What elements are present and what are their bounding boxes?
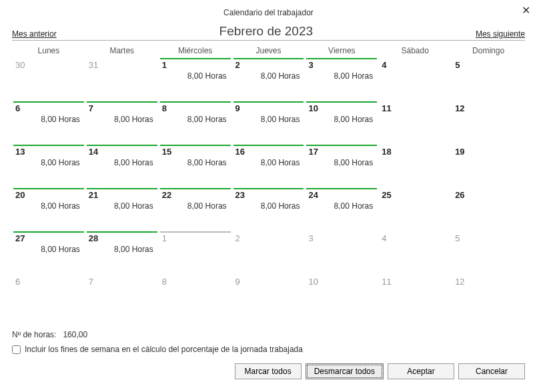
- calendar-day[interactable]: 178,00 Horas: [305, 145, 378, 188]
- work-marker: [160, 145, 231, 146]
- calendar-day[interactable]: 5: [452, 58, 525, 101]
- day-number: 3: [308, 60, 375, 70]
- calendar-day[interactable]: 288,00 Horas: [85, 231, 159, 275]
- day-number: 25: [382, 190, 448, 200]
- day-hours: 8,00 Horas: [261, 71, 300, 81]
- include-weekends-checkbox[interactable]: [12, 345, 21, 354]
- calendar-day[interactable]: 2: [232, 231, 306, 275]
- day-hours: 8,00 Horas: [261, 201, 300, 211]
- calendar-day[interactable]: 208,00 Horas: [12, 188, 85, 231]
- work-marker: [87, 145, 157, 146]
- day-hours: 8,00 Horas: [261, 115, 300, 124]
- day-hours: 8,00 Horas: [334, 115, 374, 124]
- day-number: 12: [455, 103, 522, 113]
- day-number: 3: [308, 233, 375, 243]
- month-title: Febrero de 2023: [219, 24, 314, 39]
- unmark-all-button[interactable]: Desmarcar todos: [306, 363, 384, 379]
- work-marker: [87, 188, 157, 189]
- day-number: 2: [235, 60, 302, 70]
- calendar-day[interactable]: 18: [378, 145, 452, 188]
- calendar-day[interactable]: 18,00 Horas: [159, 58, 232, 101]
- calendar-day[interactable]: 9: [232, 275, 306, 318]
- day-hours: 8,00 Horas: [114, 158, 153, 167]
- work-marker: [87, 231, 157, 233]
- calendar-day[interactable]: 6: [12, 275, 85, 318]
- calendar-day[interactable]: 138,00 Horas: [12, 145, 85, 188]
- calendar-day[interactable]: 31: [85, 58, 159, 101]
- day-hours: 8,00 Horas: [41, 201, 80, 211]
- calendar-day[interactable]: 108,00 Horas: [305, 101, 378, 145]
- calendar-day[interactable]: 88,00 Horas: [159, 101, 232, 145]
- calendar-day[interactable]: 1: [159, 231, 232, 275]
- calendar-day[interactable]: 3: [305, 231, 378, 275]
- day-number: 30: [15, 60, 82, 70]
- calendar-day[interactable]: 26: [452, 188, 525, 231]
- work-marker: [87, 101, 157, 103]
- calendar-day[interactable]: 38,00 Horas: [305, 58, 378, 101]
- calendar-day[interactable]: 12: [452, 275, 525, 318]
- day-number: 27: [15, 233, 82, 243]
- day-number: 10: [308, 103, 375, 113]
- window-title: Calendario del trabajador: [12, 7, 525, 24]
- calendar-day[interactable]: 238,00 Horas: [232, 188, 306, 231]
- calendar-day[interactable]: 25: [378, 188, 452, 231]
- close-icon[interactable]: ✕: [522, 4, 530, 17]
- cancel-button[interactable]: Cancelar: [458, 363, 525, 379]
- calendar-day[interactable]: 11: [378, 101, 452, 145]
- day-number: 9: [235, 103, 302, 113]
- day-number: 19: [455, 147, 522, 157]
- day-hours: 8,00 Horas: [334, 71, 374, 81]
- work-marker: [160, 231, 231, 233]
- calendar-day[interactable]: 11: [378, 275, 452, 318]
- calendar-day[interactable]: 148,00 Horas: [85, 145, 159, 188]
- work-marker: [233, 188, 304, 189]
- calendar-day[interactable]: 248,00 Horas: [305, 188, 378, 231]
- day-hours: 8,00 Horas: [41, 158, 80, 167]
- calendar-day[interactable]: 4: [378, 58, 452, 101]
- weekday-header: Miércoles: [159, 43, 232, 58]
- work-marker: [13, 231, 84, 233]
- calendar-day[interactable]: 12: [452, 101, 525, 145]
- calendar-day[interactable]: 278,00 Horas: [12, 231, 85, 275]
- accept-button[interactable]: Aceptar: [388, 363, 454, 379]
- work-marker: [306, 188, 377, 189]
- calendar-day[interactable]: 7: [85, 275, 159, 318]
- calendar-day[interactable]: 28,00 Horas: [232, 58, 306, 101]
- mark-all-button[interactable]: Marcar todos: [235, 363, 302, 379]
- work-marker: [160, 58, 231, 59]
- calendar-day[interactable]: 19: [452, 145, 525, 188]
- day-hours: 8,00 Horas: [41, 245, 80, 254]
- calendar-day[interactable]: 68,00 Horas: [12, 101, 85, 145]
- calendar-day[interactable]: 10: [305, 275, 378, 318]
- include-weekends-label: Incluir los fines de semana en el cálcul…: [25, 345, 303, 354]
- calendar-day[interactable]: 218,00 Horas: [85, 188, 159, 231]
- day-number: 24: [308, 190, 375, 200]
- work-marker: [306, 58, 377, 59]
- day-hours: 8,00 Horas: [187, 158, 227, 167]
- calendar-day[interactable]: 5: [452, 231, 525, 275]
- work-marker: [233, 145, 304, 146]
- day-number: 17: [308, 147, 375, 157]
- work-marker: [160, 101, 231, 103]
- calendar-day[interactable]: 8: [159, 275, 232, 318]
- calendar-day[interactable]: 98,00 Horas: [232, 101, 306, 145]
- work-marker: [306, 101, 377, 103]
- day-number: 8: [162, 103, 229, 113]
- day-number: 6: [15, 277, 82, 287]
- day-number: 13: [15, 147, 82, 157]
- calendar-day[interactable]: 78,00 Horas: [85, 101, 159, 145]
- next-month-link[interactable]: Mes siguiente: [476, 29, 525, 39]
- day-hours: 8,00 Horas: [41, 115, 80, 124]
- calendar-day[interactable]: 228,00 Horas: [159, 188, 232, 231]
- day-number: 22: [162, 190, 229, 200]
- calendar-day[interactable]: 168,00 Horas: [232, 145, 306, 188]
- day-number: 8: [162, 277, 229, 287]
- prev-month-link[interactable]: Mes anterior: [12, 29, 57, 39]
- total-hours-value: 160,00: [63, 330, 87, 339]
- calendar-day[interactable]: 4: [378, 231, 452, 275]
- calendar-day[interactable]: 158,00 Horas: [159, 145, 232, 188]
- day-number: 1: [162, 233, 229, 243]
- weekday-header: Sábado: [378, 43, 452, 58]
- day-number: 1: [162, 60, 229, 70]
- calendar-day[interactable]: 30: [12, 58, 85, 101]
